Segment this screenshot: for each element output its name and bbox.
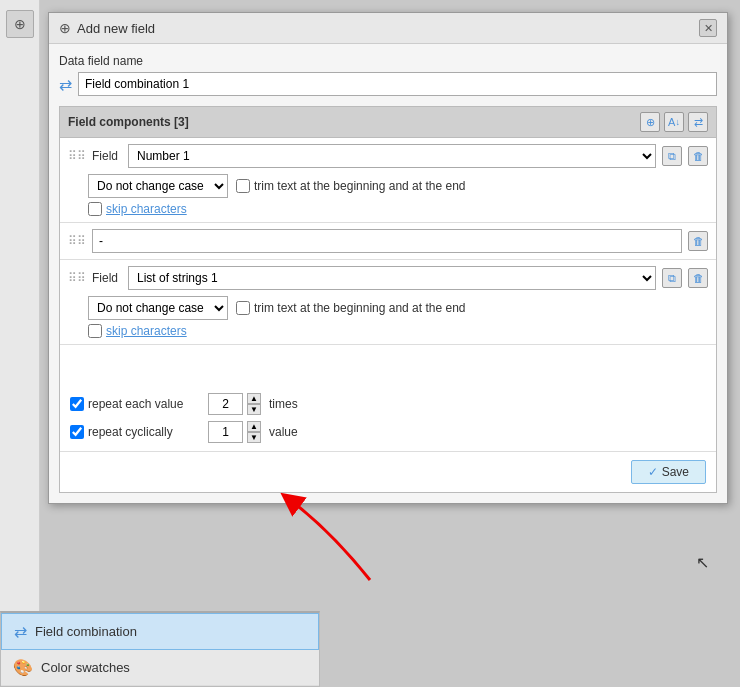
field-row-options-2: Do not change case UPPERCASE lowercase T…: [88, 296, 708, 320]
field-row-header-1: ⠿⠿ Field Number 1 ⧉ 🗑: [68, 144, 708, 168]
bottom-panel: ⇄ Field combination 🎨 Color swatches: [0, 611, 320, 687]
repeat-cyclically-checkbox[interactable]: [70, 425, 84, 439]
cursor-indicator: ↖: [696, 553, 709, 572]
save-row: ✓ Save: [60, 451, 716, 492]
data-field-name-label: Data field name: [59, 54, 717, 68]
repeat-cyclically-label: repeat cyclically: [88, 425, 173, 439]
field-row-number1: ⠿⠿ Field Number 1 ⧉ 🗑 Do not change case…: [60, 138, 716, 223]
times-label: times: [269, 397, 298, 411]
repeat-cyclically-down-button[interactable]: ▼: [247, 432, 261, 443]
field-select-2[interactable]: List of strings 1: [128, 266, 656, 290]
skip-row-2: skip characters: [88, 324, 708, 338]
field-select-1[interactable]: Number 1: [128, 144, 656, 168]
save-button[interactable]: ✓ Save: [631, 460, 706, 484]
components-scroll: ⠿⠿ Field Number 1 ⧉ 🗑 Do not change case…: [60, 138, 716, 385]
dialog-body: Data field name ⇄ Field components [3] ⊕…: [49, 44, 727, 503]
field-combination-icon: ⇄: [59, 75, 72, 94]
repeat-each-number-group: ▲ ▼: [208, 393, 261, 415]
separator-input[interactable]: [92, 229, 682, 253]
drag-handle-sep[interactable]: ⠿⠿: [68, 234, 86, 248]
close-button[interactable]: ✕: [699, 19, 717, 37]
skip-label-2[interactable]: skip characters: [106, 324, 187, 338]
components-header: Field components [3] ⊕ A↓ ⇄: [60, 107, 716, 138]
value-label: value: [269, 425, 298, 439]
trim-label-1: trim text at the beginning and at the en…: [254, 179, 465, 193]
field-components-section: Field components [3] ⊕ A↓ ⇄ ⠿⠿ Field Num…: [59, 106, 717, 493]
repeat-each-label: repeat each value: [88, 397, 183, 411]
copy-field-1-button[interactable]: ⧉: [662, 146, 682, 166]
skip-checkbox-1[interactable]: [88, 202, 102, 216]
delete-field-2-button[interactable]: 🗑: [688, 268, 708, 288]
components-header-title: Field components [3]: [68, 115, 189, 129]
add-field-icon: ⊕: [59, 20, 71, 36]
repeat-each-checkbox[interactable]: [70, 397, 84, 411]
dialog-titlebar: ⊕ Add new field ✕: [49, 13, 727, 44]
trim-checkbox-1[interactable]: trim text at the beginning and at the en…: [236, 179, 465, 193]
skip-row-1: skip characters: [88, 202, 708, 216]
bottom-options: repeat each value ▲ ▼ times: [60, 385, 716, 451]
field-combination-icon: ⇄: [14, 622, 27, 641]
dialog-title-text: Add new field: [77, 21, 155, 36]
repeat-cyclically-input[interactable]: [208, 421, 243, 443]
skip-checkbox-2[interactable]: [88, 324, 102, 338]
skip-label-1[interactable]: skip characters: [106, 202, 187, 216]
save-label: Save: [662, 465, 689, 479]
repeat-each-input[interactable]: [208, 393, 243, 415]
components-header-actions: ⊕ A↓ ⇄: [640, 112, 708, 132]
rename-button[interactable]: A↓: [664, 112, 684, 132]
trim-input-2[interactable]: [236, 301, 250, 315]
delete-field-1-button[interactable]: 🗑: [688, 146, 708, 166]
sidebar: ⊕: [0, 0, 40, 687]
field-name-row: ⇄: [59, 72, 717, 96]
repeat-each-check: repeat each value: [70, 397, 200, 411]
drag-handle-1[interactable]: ⠿⠿: [68, 149, 86, 163]
arrow-annotation: [280, 490, 400, 610]
repeat-each-spinner: ▲ ▼: [247, 393, 261, 415]
drag-handle-2[interactable]: ⠿⠿: [68, 271, 86, 285]
case-select-1[interactable]: Do not change case UPPERCASE lowercase T…: [88, 174, 228, 198]
repeat-cyclically-check: repeat cyclically: [70, 425, 200, 439]
save-icon: ✓: [648, 465, 658, 479]
bottom-panel-item-field-combination[interactable]: ⇄ Field combination: [1, 613, 319, 650]
trim-input-1[interactable]: [236, 179, 250, 193]
repeat-each-up-button[interactable]: ▲: [247, 393, 261, 404]
case-select-2[interactable]: Do not change case UPPERCASE lowercase T…: [88, 296, 228, 320]
color-swatches-icon: 🎨: [13, 658, 33, 677]
rearrange-button[interactable]: ⇄: [688, 112, 708, 132]
repeat-cyclically-row: repeat cyclically ▲ ▼ value: [70, 421, 706, 443]
delete-separator-button[interactable]: 🗑: [688, 231, 708, 251]
field-row-header-2: ⠿⠿ Field List of strings 1 ⧉ 🗑: [68, 266, 708, 290]
empty-space: [60, 345, 716, 385]
bottom-panel-item-color-swatches[interactable]: 🎨 Color swatches: [1, 650, 319, 686]
repeat-cyclically-number-group: ▲ ▼: [208, 421, 261, 443]
add-circle-icon: ⊕: [14, 16, 26, 32]
field-label-2: Field: [92, 271, 122, 285]
copy-field-2-button[interactable]: ⧉: [662, 268, 682, 288]
trim-label-2: trim text at the beginning and at the en…: [254, 301, 465, 315]
add-component-button[interactable]: ⊕: [640, 112, 660, 132]
sidebar-add-button[interactable]: ⊕: [6, 10, 34, 38]
color-swatches-label: Color swatches: [41, 660, 130, 675]
repeat-cyclically-up-button[interactable]: ▲: [247, 421, 261, 432]
field-row-options-1: Do not change case UPPERCASE lowercase T…: [88, 174, 708, 198]
field-name-input[interactable]: [78, 72, 717, 96]
field-label-1: Field: [92, 149, 122, 163]
separator-row: ⠿⠿ 🗑: [60, 223, 716, 260]
repeat-cyclically-spinner: ▲ ▼: [247, 421, 261, 443]
field-combination-label: Field combination: [35, 624, 137, 639]
repeat-each-down-button[interactable]: ▼: [247, 404, 261, 415]
trim-checkbox-2[interactable]: trim text at the beginning and at the en…: [236, 301, 465, 315]
add-new-field-dialog: ⊕ Add new field ✕ Data field name ⇄ Fiel…: [48, 12, 728, 504]
field-row-strings1: ⠿⠿ Field List of strings 1 ⧉ 🗑 Do not ch…: [60, 260, 716, 345]
repeat-each-row: repeat each value ▲ ▼ times: [70, 393, 706, 415]
dialog-title: ⊕ Add new field: [59, 20, 155, 36]
